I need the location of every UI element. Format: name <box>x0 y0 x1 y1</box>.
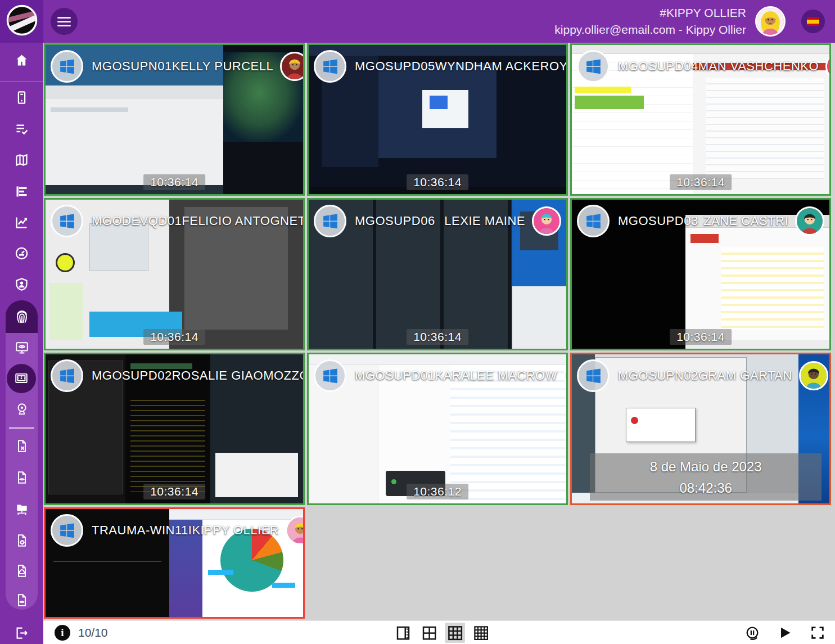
sidebar-item-home[interactable] <box>9 48 34 73</box>
app-logo[interactable] <box>0 0 43 43</box>
sidebar-item-dashboard[interactable] <box>9 241 34 266</box>
fullscreen-button[interactable] <box>808 623 827 642</box>
status-bar: i 10/10 <box>43 620 835 644</box>
layout-switcher <box>393 621 491 644</box>
screenshot-art <box>49 283 83 340</box>
screen-tile[interactable]: MGOSUPN01 KELLY PURCELL 10:36:14 <box>44 43 305 196</box>
screen-tile[interactable]: MGODEVQD01 FELICIO ANTOGNETTI 10:36:14 <box>44 198 305 350</box>
sidebar-item-webcam[interactable] <box>9 396 34 421</box>
sidebar-item-analytics[interactable] <box>9 210 34 235</box>
screen-tile[interactable]: MGOSUPN02 GRAM GARTAN 8 de Maio de 20230… <box>570 353 831 505</box>
layout-main-plus-list-button[interactable] <box>393 623 413 643</box>
sidebar <box>0 43 43 644</box>
sidebar-item-map[interactable] <box>9 147 34 173</box>
file-view-icon <box>15 470 29 485</box>
sidebar-item-security[interactable] <box>9 272 34 297</box>
sidebar-item-network-share[interactable] <box>9 496 34 521</box>
machine-name: MGOSUPD04 <box>618 59 698 74</box>
sidebar-item-file-delete[interactable] <box>9 433 34 458</box>
user-avatar <box>532 206 561 236</box>
screenshot-art <box>391 479 396 484</box>
sidebar-item-screens-mosaic[interactable] <box>7 364 36 393</box>
hamburger-menu-button[interactable] <box>51 8 78 35</box>
app-logo-icon <box>6 4 38 38</box>
pause-rotation-icon <box>744 625 760 641</box>
sidebar-item-audit[interactable] <box>6 300 38 333</box>
windows-logo-icon <box>51 205 83 237</box>
pause-rotation-button[interactable] <box>743 623 762 642</box>
shield-user-icon <box>14 277 29 292</box>
layout-3x3-icon <box>446 624 463 641</box>
timestamp: 10:36:14 <box>143 174 205 190</box>
windows-logo-icon <box>51 514 83 547</box>
sidebar-item-hierarchy[interactable] <box>9 179 34 204</box>
gauge-icon <box>14 246 29 261</box>
screen-tile[interactable]: MGOSUPD06 LEXIE MAINE 10:36:14 <box>307 198 568 350</box>
language-selector-button[interactable] <box>801 10 825 33</box>
tile-header: MGOSUPD05 WYNDHAM ACKEROYD <box>314 49 561 83</box>
sidebar-item-screen-monitor[interactable] <box>9 335 34 360</box>
tile-header: TRAUMA-WIN11I KIPPY OLLIER <box>51 514 298 547</box>
layout-4x4-icon <box>472 624 489 641</box>
task-list-icon <box>14 121 29 137</box>
windows-logo-icon <box>577 205 610 237</box>
screenshot-art <box>208 570 234 575</box>
layout-2x2-icon <box>421 624 437 641</box>
fingerprint-icon <box>14 309 30 325</box>
info-icon: i <box>61 627 64 639</box>
user-name: LEXIE MAINE <box>444 214 525 228</box>
screen-tile[interactable]: TRAUMA-WIN11I KIPPY OLLIER <box>44 507 305 619</box>
sidebar-item-file-preview[interactable] <box>9 587 34 613</box>
screenshot-art <box>130 396 205 492</box>
map-icon <box>14 152 29 168</box>
screen-tile[interactable]: MGOSUPD02 ROSALIE GIAOMOZZO 10:36:14 <box>44 353 305 505</box>
account-name: kippy.ollier@email.com - Kippy Ollier <box>554 21 746 38</box>
windows-logo-icon <box>577 50 610 83</box>
screen-tile[interactable]: MGOSUPD05 WYNDHAM ACKEROYD 10:36:14 <box>307 43 568 196</box>
sidebar-item-tasks[interactable] <box>9 116 34 142</box>
account-info: #KIPPY OLLIER kippy.ollier@email.com - K… <box>554 4 746 39</box>
screen-tile[interactable]: MGOSUPD03 ZANE CASTRI 10:36:14 <box>570 198 831 350</box>
header-user-avatar[interactable] <box>755 6 786 37</box>
screenshot-art <box>215 453 298 498</box>
user-name: ROSALIE GIAOMOZZO <box>172 368 305 383</box>
file-delete-icon <box>15 439 29 453</box>
layout-3x3-button[interactable] <box>445 623 465 643</box>
group-name: #KIPPY OLLIER <box>554 4 746 21</box>
screenshot-art <box>626 408 696 442</box>
machine-name: MGOSUPN02 <box>618 368 698 383</box>
submenu-divider <box>9 427 34 429</box>
timestamp: 10:36:14 <box>143 329 205 345</box>
timestamp: 10:36:14 <box>670 174 732 190</box>
sidebar-item-file-cloud[interactable] <box>9 558 34 583</box>
sidebar-item-logout[interactable] <box>9 620 34 644</box>
screenshot-art <box>53 561 161 562</box>
last-seen-date: 8 de Maio de 2023 <box>590 459 822 475</box>
screens-grid: MGOSUPN01 KELLY PURCELL 10:36:14 MGOSUPD… <box>43 43 835 620</box>
screen-tile[interactable]: MGOSUPD01 KARALEE MACROW 10:36:12 <box>307 353 568 505</box>
playback-controls <box>743 621 827 644</box>
sidebar-item-file-view[interactable] <box>9 465 34 490</box>
info-button[interactable]: i <box>55 625 70 641</box>
play-button[interactable] <box>775 623 795 642</box>
timestamp: 10:36:14 <box>407 329 468 345</box>
layout-2x2-button[interactable] <box>419 623 439 643</box>
machine-name: MGOSUPD05 <box>355 59 435 74</box>
app-window: #KIPPY OLLIER kippy.ollier@email.com - K… <box>0 0 835 644</box>
layout-4x4-button[interactable] <box>471 623 491 643</box>
machine-name: MGOSUPD02 <box>92 368 172 383</box>
machine-name: MGOSUPD03 <box>618 214 698 228</box>
windows-logo-icon <box>577 359 610 392</box>
screenshot-art <box>721 247 824 330</box>
screen-tile[interactable]: MGOSUPD04 MAN VASHCHENKO 10:36:14 <box>570 43 831 196</box>
windows-logo-icon <box>314 50 346 83</box>
top-header: #KIPPY OLLIER kippy.ollier@email.com - K… <box>0 0 835 43</box>
user-avatar <box>799 361 828 390</box>
file-preview-icon <box>15 593 29 607</box>
user-name: MAN VASHCHENKO <box>698 59 819 74</box>
tile-header: MGODEVQD01 FELICIO ANTOGNETTI <box>51 204 298 238</box>
sidebar-item-devices[interactable] <box>9 85 34 110</box>
tile-header: MGOSUPN02 GRAM GARTAN <box>577 359 824 393</box>
screenshot-art <box>512 286 566 349</box>
sidebar-item-file-settings[interactable] <box>9 528 34 553</box>
